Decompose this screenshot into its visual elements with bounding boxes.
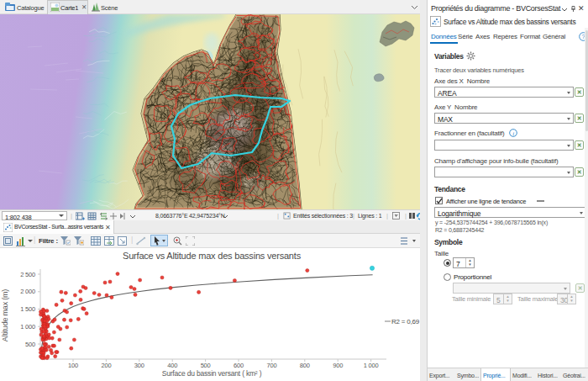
svg-text:2 500: 2 500: [20, 271, 35, 278]
svg-text:1 500: 1 500: [20, 305, 35, 313]
svg-text:2 000: 2 000: [20, 288, 35, 295]
svg-text:1 000: 1 000: [364, 362, 379, 369]
svg-text:R2 = 0,69: R2 = 0,69: [391, 318, 420, 325]
svg-text:Surface du bassin versant ( km: Surface du bassin versant ( km² ): [162, 369, 262, 378]
svg-text:900: 900: [333, 362, 343, 369]
svg-text:500: 500: [201, 362, 211, 369]
svg-text:600: 600: [234, 362, 244, 369]
svg-text:200: 200: [101, 362, 111, 369]
svg-text:300: 300: [134, 362, 144, 369]
svg-text:400: 400: [167, 362, 177, 369]
svg-text:100: 100: [68, 362, 78, 369]
svg-text:800: 800: [300, 362, 310, 369]
svg-text:Surface vs Altitude max des ba: Surface vs Altitude max des bassins vers…: [123, 251, 302, 261]
svg-text:i: i: [512, 130, 514, 137]
svg-text:700: 700: [266, 362, 276, 369]
svg-text:Altitude max (m): Altitude max (m): [1, 289, 9, 342]
svg-text:500: 500: [25, 341, 35, 348]
svg-text:1 000: 1 000: [20, 323, 35, 331]
